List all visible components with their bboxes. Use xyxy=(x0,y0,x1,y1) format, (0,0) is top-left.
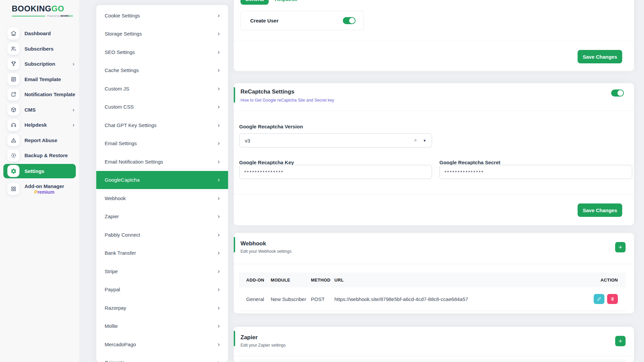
settings-menu-item-custom-js[interactable]: Custom JS› xyxy=(96,79,228,98)
settings-menu-item-stripe[interactable]: Stripe› xyxy=(96,262,228,281)
chevron-right-icon: › xyxy=(218,268,220,275)
add-webhook-button[interactable]: + xyxy=(615,242,626,252)
email-template-icon xyxy=(7,73,19,85)
settings-menu-item-email-settings[interactable]: Email Settings› xyxy=(96,134,228,153)
cell-url: https://webhook.site/8798e5bf-a6cd-4cd7-… xyxy=(334,296,582,302)
recaptcha-secret-input[interactable] xyxy=(439,165,632,179)
tab-helpdesk[interactable]: Helpdesk xyxy=(275,0,297,5)
col-addon: ADD-ON xyxy=(239,278,271,283)
tab-general[interactable]: General xyxy=(240,0,269,5)
settings-menu-item-googlecaptcha[interactable]: GoogleCaptcha› xyxy=(96,171,228,189)
recaptcha-key-input[interactable] xyxy=(239,165,432,179)
settings-menu-item-coingate[interactable]: Coingate› xyxy=(96,354,228,362)
divider xyxy=(234,194,634,195)
notification-template-icon xyxy=(7,88,19,101)
sidebar-item-addon-manager[interactable]: Add-on Manager Premium xyxy=(0,179,79,199)
settings-menu-item-zapier[interactable]: Zapier› xyxy=(96,207,228,226)
general-settings-card: General Helpdesk Create User Save Change… xyxy=(234,0,634,71)
chevron-right-icon: › xyxy=(218,140,220,147)
recaptcha-help-link[interactable]: How to Get Google reCaptcha Site and Sec… xyxy=(240,98,334,103)
edit-button[interactable] xyxy=(594,294,604,304)
sidebar-item-helpdesk[interactable]: Helpdesk › xyxy=(0,117,79,133)
sidebar-nav: Dashboard Subscribers Subscription › Ema… xyxy=(0,26,79,199)
settings-menu-item-paypal[interactable]: Paypal› xyxy=(96,281,228,299)
settings-menu-item-custom-css[interactable]: Custom CSS› xyxy=(96,98,228,116)
sidebar-item-backup-restore[interactable]: Backup & Restore xyxy=(0,148,79,163)
zapier-table-header xyxy=(239,359,626,362)
settings-submenu: Cookie Settings› Storage Settings› SEO S… xyxy=(96,5,228,362)
cell-addon: General xyxy=(239,296,271,302)
brand-name: BOOKINGGO xyxy=(12,4,73,13)
clear-icon[interactable]: × xyxy=(414,137,417,143)
recaptcha-key-label: Google Recaptcha Key xyxy=(239,160,294,165)
webhook-table: ADD-ON MODULE METHOD URL ACTION General … xyxy=(239,273,626,311)
create-user-label: Create User xyxy=(250,18,278,23)
settings-menu-item-mercadopago[interactable]: MercadoPago› xyxy=(96,335,228,354)
sidebar-item-subscribers[interactable]: Subscribers xyxy=(0,41,79,57)
settings-menu-item-mollie[interactable]: Mollie› xyxy=(96,317,228,336)
brand-logo[interactable]: BOOKINGGO Powered by WORKDO xyxy=(12,4,73,17)
backup-restore-icon xyxy=(7,149,19,162)
divider xyxy=(234,41,634,41)
table-row: General New Subscriber POST https://webh… xyxy=(239,287,626,311)
add-zapier-button[interactable]: + xyxy=(615,336,626,346)
chevron-right-icon: › xyxy=(218,249,220,256)
powered-by-label: Powered by WORKDO xyxy=(47,14,73,17)
settings-menu-item-pabbly-connect[interactable]: Pabbly Connect› xyxy=(96,226,228,244)
settings-menu-item-razorpay[interactable]: Razorpay› xyxy=(96,299,228,317)
cell-module: New Subscriber xyxy=(271,296,311,302)
zapier-title: Zapier xyxy=(240,334,258,341)
col-method: METHOD xyxy=(311,278,334,283)
recaptcha-version-label: Google Recaptcha Version xyxy=(239,124,303,129)
accent-bar xyxy=(234,87,235,103)
sidebar-item-settings[interactable]: Settings xyxy=(3,164,76,178)
chevron-right-icon: › xyxy=(218,30,220,37)
divider xyxy=(234,264,634,264)
chevron-right-icon: › xyxy=(218,231,220,238)
settings-menu-item-cookie-settings[interactable]: Cookie Settings› xyxy=(96,6,228,25)
create-user-toggle[interactable] xyxy=(343,17,356,24)
zapier-card: Zapier Edit your Zapier settings + xyxy=(234,327,634,362)
chevron-right-icon: › xyxy=(218,176,220,183)
accent-bar xyxy=(234,237,235,252)
recaptcha-version-select[interactable]: v3 × ▼ xyxy=(239,133,432,147)
settings-menu-item-storage-settings[interactable]: Storage Settings› xyxy=(96,25,228,43)
chevron-right-icon: › xyxy=(218,341,220,348)
settings-menu-item-bank-transfer[interactable]: Bank Transfer› xyxy=(96,244,228,262)
toggle-knob xyxy=(618,90,623,96)
sidebar-item-email-template[interactable]: Email Template xyxy=(0,72,79,87)
settings-menu-item-email-notification[interactable]: Email Notification Settings› xyxy=(96,153,228,171)
chevron-right-icon: › xyxy=(218,304,220,311)
toggle-knob xyxy=(349,18,355,23)
chevron-right-icon: › xyxy=(218,158,220,165)
sidebar-item-cms[interactable]: CMS › xyxy=(0,102,79,118)
trash-icon xyxy=(610,297,615,301)
settings-menu-item-chatgpt-key[interactable]: Chat GPT Key Settings› xyxy=(96,116,228,134)
settings-menu-item-webhook[interactable]: Webhook› xyxy=(96,189,228,207)
sidebar-item-dashboard[interactable]: Dashboard xyxy=(0,26,79,41)
trophy-icon xyxy=(7,58,19,70)
recaptcha-title: ReCaptcha Settings xyxy=(240,88,294,95)
delete-button[interactable] xyxy=(607,294,618,304)
webhook-subtitle: Edit your Webhook settings xyxy=(240,249,291,254)
chevron-right-icon: › xyxy=(218,67,220,74)
headset-icon xyxy=(7,119,19,131)
caret-down-icon: ▼ xyxy=(423,139,426,142)
main-sidebar: BOOKINGGO Powered by WORKDO Dashboard Su… xyxy=(0,0,79,362)
chevron-right-icon: › xyxy=(72,107,74,113)
sidebar-item-report-abuse[interactable]: Report Abuse xyxy=(0,133,79,148)
save-changes-button[interactable]: Save Changes xyxy=(578,203,622,217)
col-module: MODULE xyxy=(271,278,311,283)
sidebar-item-notification-template[interactable]: Notification Template xyxy=(0,87,79,102)
settings-menu-item-seo-settings[interactable]: SEO Settings› xyxy=(96,43,228,61)
brand-name-primary: BOOKING xyxy=(12,4,51,13)
chevron-right-icon: › xyxy=(218,195,220,202)
gear-icon xyxy=(7,165,19,177)
chevron-right-icon: › xyxy=(218,122,220,129)
sidebar-item-subscription[interactable]: Subscription › xyxy=(0,56,79,72)
settings-menu-item-cache-settings[interactable]: Cache Settings› xyxy=(96,61,228,80)
save-changes-button[interactable]: Save Changes xyxy=(578,50,622,63)
create-user-row: Create User xyxy=(240,11,364,30)
users-icon xyxy=(7,43,19,55)
recaptcha-toggle[interactable] xyxy=(611,89,624,97)
